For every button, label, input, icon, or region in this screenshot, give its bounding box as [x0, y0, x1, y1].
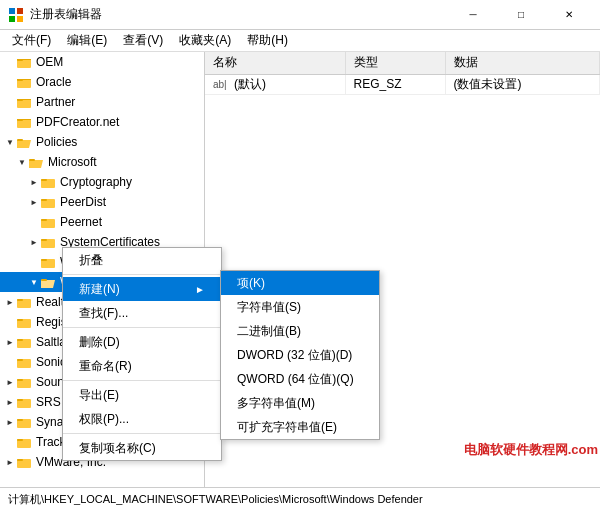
menu-help[interactable]: 帮助(H) [239, 30, 296, 51]
folder-icon [41, 195, 57, 209]
svg-rect-9 [17, 79, 31, 80]
ctx-copy-name[interactable]: 复制项名称(C) [63, 436, 221, 460]
tree-item[interactable]: PDFCreator.net [0, 112, 204, 132]
tree-item[interactable]: OEM [0, 52, 204, 72]
folder-icon [41, 175, 57, 189]
svg-rect-27 [41, 239, 47, 241]
value-data: (数值未设置) [445, 74, 600, 94]
ctx-rename[interactable]: 重命名(R) [63, 354, 221, 378]
minimize-button[interactable]: ─ [450, 0, 496, 30]
values-table: 名称 类型 数据 ab| (默认) REG_SZ (数值未设置) [205, 52, 600, 95]
expand-arrow [4, 316, 16, 328]
expand-arrow [28, 216, 40, 228]
submenu-expandable-string[interactable]: 可扩充字符串值(E) [221, 415, 379, 439]
folder-open-icon [29, 155, 45, 169]
col-data: 数据 [445, 52, 600, 74]
ctx-separator [63, 274, 221, 275]
submenu-dword[interactable]: DWORD (32 位值)(D) [221, 343, 379, 367]
svg-rect-29 [41, 259, 47, 261]
window-controls: ─ □ ✕ [450, 0, 592, 30]
expand-arrow: ► [4, 336, 16, 348]
status-bar: 计算机\HKEY_LOCAL_MACHINE\SOFTWARE\Policies… [0, 487, 600, 511]
expand-arrow: ► [28, 196, 40, 208]
folder-icon [17, 455, 33, 469]
value-name: ab| (默认) [205, 74, 345, 94]
svg-rect-49 [17, 459, 23, 461]
tree-item[interactable]: ▼ Microsoft [0, 152, 204, 172]
svg-rect-47 [17, 439, 23, 441]
folder-icon [17, 375, 33, 389]
new-submenu: 项(K) 字符串值(S) 二进制值(B) DWORD (32 位值)(D) QW… [220, 270, 380, 440]
svg-rect-35 [17, 319, 23, 321]
svg-rect-3 [17, 16, 23, 22]
title-bar: 注册表编辑器 ─ □ ✕ [0, 0, 600, 30]
tree-label: Microsoft [48, 155, 97, 169]
tree-item[interactable]: ► PeerDist [0, 192, 204, 212]
ctx-export[interactable]: 导出(E) [63, 383, 221, 407]
folder-icon [17, 115, 33, 129]
svg-rect-2 [9, 16, 15, 22]
svg-rect-21 [41, 179, 47, 181]
ctx-find[interactable]: 查找(F)... [63, 301, 221, 325]
submenu-key[interactable]: 项(K) [221, 271, 379, 295]
tree-item[interactable]: Peernet [0, 212, 204, 232]
tree-label: Cryptography [60, 175, 132, 189]
submenu-binary-value[interactable]: 二进制值(B) [221, 319, 379, 343]
tree-item[interactable]: Oracle [0, 72, 204, 92]
expand-arrow [4, 96, 16, 108]
close-button[interactable]: ✕ [546, 0, 592, 30]
menu-favorites[interactable]: 收藏夹(A) [171, 30, 239, 51]
svg-rect-6 [17, 59, 31, 60]
table-row[interactable]: ab| (默认) REG_SZ (数值未设置) [205, 74, 600, 94]
ctx-delete[interactable]: 删除(D) [63, 330, 221, 354]
ctx-permissions[interactable]: 权限(P)... [63, 407, 221, 431]
value-icon: ab| [213, 79, 227, 90]
ctx-collapse[interactable]: 折叠 [63, 248, 221, 272]
expand-arrow: ▼ [16, 156, 28, 168]
svg-marker-30 [41, 280, 55, 288]
folder-icon [41, 215, 57, 229]
maximize-button[interactable]: □ [498, 0, 544, 30]
menu-bar: 文件(F) 编辑(E) 查看(V) 收藏夹(A) 帮助(H) [0, 30, 600, 52]
expand-arrow: ► [28, 176, 40, 188]
tree-label: Peernet [60, 215, 102, 229]
svg-rect-31 [41, 279, 47, 281]
folder-icon [17, 355, 33, 369]
status-path: 计算机\HKEY_LOCAL_MACHINE\SOFTWARE\Policies… [8, 492, 423, 507]
submenu-multi-string[interactable]: 多字符串值(M) [221, 391, 379, 415]
tree-item[interactable]: ▼ Policies [0, 132, 204, 152]
expand-arrow: ► [28, 236, 40, 248]
folder-open-icon [17, 135, 33, 149]
ctx-separator [63, 380, 221, 381]
ctx-new[interactable]: 新建(N) ► [63, 277, 221, 301]
tree-label: Policies [36, 135, 77, 149]
menu-file[interactable]: 文件(F) [4, 30, 59, 51]
expand-arrow [4, 436, 16, 448]
svg-rect-23 [41, 199, 47, 201]
svg-marker-16 [17, 140, 31, 148]
expand-arrow: ► [4, 396, 16, 408]
ctx-separator [63, 327, 221, 328]
svg-rect-43 [17, 399, 23, 401]
expand-arrow [4, 356, 16, 368]
col-name: 名称 [205, 52, 345, 74]
expand-arrow: ► [4, 376, 16, 388]
folder-icon [41, 235, 57, 249]
expand-arrow: ► [4, 416, 16, 428]
folder-icon [17, 315, 33, 329]
expand-arrow [4, 116, 16, 128]
folder-icon [17, 55, 33, 69]
submenu-string-value[interactable]: 字符串值(S) [221, 295, 379, 319]
tree-item[interactable]: Partner [0, 92, 204, 112]
main-area: OEM Oracle Partner PDFCreator.net [0, 52, 600, 487]
menu-edit[interactable]: 编辑(E) [59, 30, 115, 51]
value-type: REG_SZ [345, 74, 445, 94]
tree-label: Partner [36, 95, 75, 109]
context-menu: 折叠 新建(N) ► 查找(F)... 删除(D) 重命名(R) 导出(E) 权… [62, 247, 222, 461]
folder-icon [17, 335, 33, 349]
expand-arrow: ► [4, 456, 16, 468]
menu-view[interactable]: 查看(V) [115, 30, 171, 51]
submenu-qword[interactable]: QWORD (64 位值)(Q) [221, 367, 379, 391]
tree-item[interactable]: ► Cryptography [0, 172, 204, 192]
folder-icon [17, 75, 33, 89]
